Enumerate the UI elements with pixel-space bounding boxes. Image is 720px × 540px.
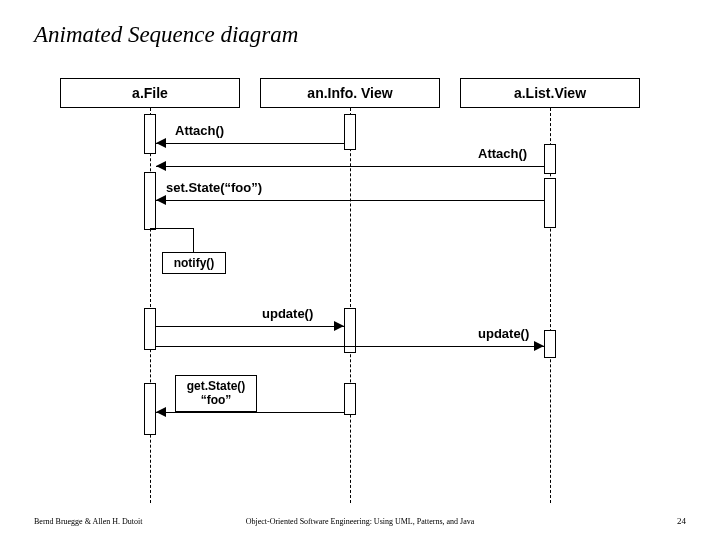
msg-attach1-head: [156, 138, 166, 148]
activation-list-1: [544, 144, 556, 174]
lifeline-file: [150, 108, 151, 503]
activation-info-3: [344, 383, 356, 415]
lifeline-infoview: [350, 108, 351, 503]
msg-getstate-l2: “foo”: [180, 393, 252, 407]
footer-page-number: 24: [677, 516, 686, 526]
footer-book-title: Object-Oriented Software Engineering: Us…: [0, 517, 720, 526]
msg-setstate-head: [156, 195, 166, 205]
self-call-top: [150, 228, 194, 229]
msg-attach2-head: [156, 161, 166, 171]
msg-attach1-label: Attach(): [175, 123, 224, 138]
msg-update2-line: [156, 346, 544, 347]
msg-setstate-line: [156, 200, 544, 201]
msg-attach2-label: Attach(): [478, 146, 527, 161]
activation-file-2: [144, 172, 156, 230]
msg-getstate-box: get.State() “foo”: [175, 375, 257, 412]
msg-setstate-label: set.State(“foo”): [166, 180, 262, 195]
page-title: Animated Sequence diagram: [34, 22, 298, 48]
msg-update2-head: [534, 341, 544, 351]
activation-file-3: [144, 308, 156, 350]
self-call-side: [193, 228, 194, 252]
activation-list-3: [544, 330, 556, 358]
msg-notify-box: notify(): [162, 252, 226, 274]
msg-attach1-line: [156, 143, 344, 144]
msg-getstate-head: [156, 407, 166, 417]
msg-getstate-l1: get.State(): [180, 379, 252, 393]
participant-file: a.File: [60, 78, 240, 108]
participant-infoview: an.Info. View: [260, 78, 440, 108]
msg-attach2-line: [156, 166, 544, 167]
activation-list-2: [544, 178, 556, 228]
msg-update1-line: [156, 326, 344, 327]
activation-file-1: [144, 114, 156, 154]
activation-info-1: [344, 114, 356, 150]
msg-update1-label: update(): [262, 306, 313, 321]
activation-file-4: [144, 383, 156, 435]
msg-update2-label: update(): [478, 326, 529, 341]
msg-update1-head: [334, 321, 344, 331]
participant-listview: a.List.View: [460, 78, 640, 108]
msg-getstate-line: [156, 412, 344, 413]
